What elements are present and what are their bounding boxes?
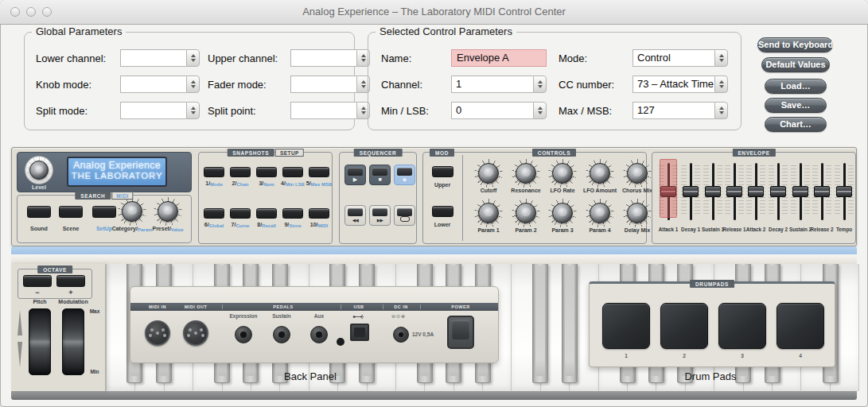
snapshot-label-1: 1/Mode — [205, 180, 223, 187]
send-to-keyboard-button[interactable]: Send to Keyboard — [757, 37, 833, 52]
lower-channel-field[interactable] — [120, 49, 200, 67]
split-mode-field[interactable] — [120, 102, 200, 119]
split-point-field[interactable] — [290, 102, 370, 119]
stepper-up-icon — [538, 107, 543, 110]
release-2-slider[interactable] — [812, 163, 832, 220]
split-mode-field-stepper[interactable] — [186, 102, 200, 119]
forward-button[interactable]: ▶▶ — [369, 205, 391, 226]
stepper-up-icon — [191, 54, 196, 57]
dc-polarity-icon: ⊖⊙⊕ — [391, 313, 406, 319]
param-1-knob[interactable] — [474, 199, 503, 227]
snapshot-button-9[interactable] — [282, 208, 303, 219]
snapshot-button-8[interactable] — [256, 208, 277, 219]
mod-controls-section: MOD CONTROLS UpperLowerCutoffResonanceLF… — [422, 152, 647, 244]
dc-in-strip-label: DC IN — [394, 304, 407, 309]
fader-mode-label: Fader mode: — [208, 79, 290, 91]
presetknob[interactable] — [154, 197, 182, 226]
channel-field[interactable]: 1 — [451, 76, 547, 93]
channel-field-stepper[interactable] — [533, 76, 547, 93]
chart-button[interactable]: Chart… — [765, 117, 827, 132]
lfo-amount-knob[interactable] — [586, 159, 614, 188]
power-switch[interactable] — [447, 316, 474, 349]
decay-1-slider[interactable] — [680, 163, 701, 220]
default-values-button[interactable]: Default Values — [761, 57, 830, 72]
drum-pad-3[interactable] — [718, 303, 766, 349]
octave-minus-button[interactable] — [23, 275, 52, 287]
load-button[interactable]: Load… — [765, 79, 827, 94]
name-field[interactable]: Envelope A — [451, 49, 547, 67]
snapshot-button-10[interactable] — [309, 208, 329, 219]
tempo-slider[interactable] — [834, 163, 854, 220]
octave-plus-button[interactable] — [56, 275, 85, 287]
delay-mix-knob[interactable] — [623, 199, 652, 227]
display-panel: Level Analog Experience THE LABORATORY — [17, 152, 192, 192]
record-button[interactable]: ● — [394, 165, 415, 185]
drum-pad-number: 3 — [741, 353, 744, 359]
play-button[interactable]: ▶ — [344, 165, 366, 185]
black-key[interactable] — [562, 264, 578, 383]
attack-1-slider[interactable] — [658, 163, 679, 220]
mode-field[interactable]: Control — [633, 49, 728, 67]
knob-mode-field-stepper[interactable] — [186, 76, 200, 93]
snapshot-button-1[interactable] — [204, 167, 224, 177]
min-lsb-field[interactable]: 0 — [451, 102, 547, 119]
black-key[interactable] — [532, 264, 548, 383]
param-3-knob[interactable] — [548, 199, 577, 227]
snapshot-button-6[interactable] — [204, 208, 224, 219]
fader-mode-field[interactable] — [290, 76, 370, 93]
max-msb-field-stepper[interactable] — [714, 102, 728, 119]
param-2-knob[interactable] — [512, 199, 540, 227]
modulation-wheel[interactable] — [62, 308, 84, 375]
max-msb-field[interactable]: 127 — [633, 102, 728, 119]
attack-2-slider[interactable] — [745, 163, 766, 220]
drum-pad-2[interactable] — [660, 303, 708, 349]
rewind-button[interactable]: ◀◀ — [344, 205, 366, 226]
octave-plus-label: + — [56, 289, 85, 297]
chorus-mix-knob[interactable] — [623, 159, 652, 188]
stepper-down-icon — [538, 85, 543, 88]
lfo-rate-knob[interactable] — [548, 159, 577, 188]
upper-button[interactable] — [432, 166, 453, 177]
snapshot-button-7[interactable] — [230, 208, 251, 219]
stepper-down-icon — [538, 111, 543, 114]
save-button[interactable]: Save… — [765, 98, 827, 113]
knob-mode-field[interactable] — [120, 76, 200, 93]
snapshot-label-3: 3/Num — [259, 180, 274, 187]
upper-channel-field[interactable] — [290, 49, 370, 67]
action-button-column: Send to KeyboardDefault ValuesLoad…Save…… — [756, 37, 835, 137]
cc-number-field[interactable]: 73 – Attack Time — [633, 76, 728, 93]
stepper-up-icon — [719, 107, 724, 110]
snapshot-button-5[interactable] — [309, 167, 329, 177]
level-knob[interactable] — [25, 156, 53, 184]
snapshot-button-4[interactable] — [282, 167, 303, 177]
cutoff-knob[interactable] — [474, 159, 503, 188]
slider-handle — [683, 186, 699, 197]
sustain-2-slider[interactable] — [790, 163, 811, 220]
loop-button[interactable] — [394, 205, 415, 226]
sustain-1-slider[interactable] — [703, 163, 723, 220]
drum-pad-1[interactable] — [602, 303, 650, 349]
mode-field-stepper[interactable] — [714, 49, 728, 67]
lower-channel-field-stepper[interactable] — [186, 49, 200, 67]
sound-button[interactable] — [27, 206, 51, 218]
cc-number-field-stepper[interactable] — [714, 76, 728, 93]
drum-pad-4[interactable] — [777, 303, 824, 349]
window-title: Analog Experience – The Laboratory MIDI … — [0, 6, 868, 17]
categoryknob[interactable] — [118, 197, 146, 226]
snapshot-button-2[interactable] — [230, 167, 251, 177]
decay-2-slider[interactable] — [768, 163, 788, 220]
lcd-display: Analog Experience THE LABORATORY — [67, 157, 167, 187]
release-1-slider[interactable] — [724, 163, 745, 220]
scene-button[interactable] — [59, 206, 83, 218]
param-4-knob[interactable] — [586, 199, 614, 227]
stop-button[interactable]: ■ — [369, 165, 391, 185]
knob-label-main: Category/ — [112, 226, 138, 231]
pitch-wheel[interactable] — [29, 308, 51, 375]
strip-separator — [341, 304, 341, 309]
min-lsb-field-stepper[interactable] — [533, 102, 547, 119]
lower-button[interactable] — [432, 206, 453, 217]
setup-button[interactable] — [92, 206, 116, 218]
snapshot-button-3[interactable] — [256, 167, 277, 177]
sustain-2-slider-label: Sustain 2 — [789, 227, 812, 232]
resonance-knob[interactable] — [512, 159, 540, 188]
